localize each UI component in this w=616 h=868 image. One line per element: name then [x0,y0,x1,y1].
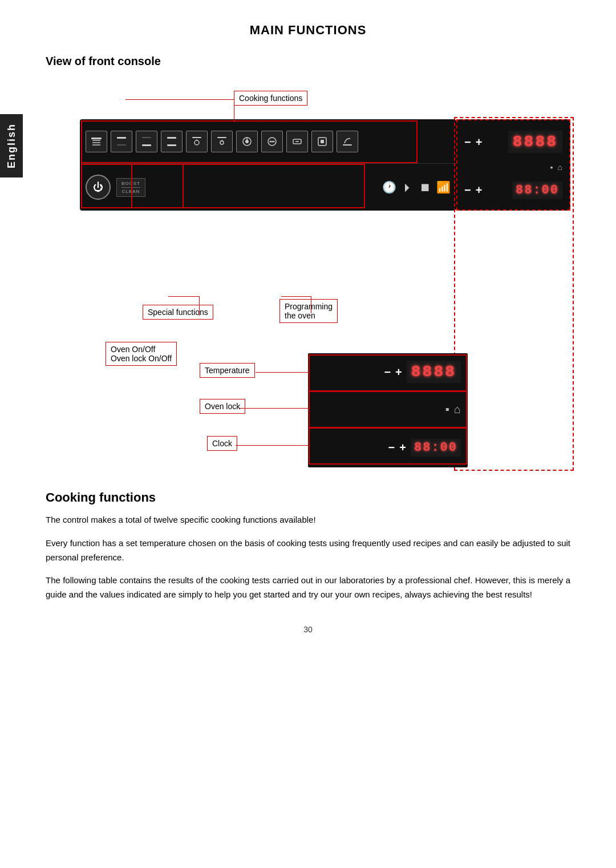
line-lock [240,408,309,409]
timer-icon[interactable]: 🕐 [382,180,396,194]
clock-icons-group: 🕐 ⏵ ⏹ 📶 [382,180,451,194]
line-special-h3 [168,296,200,297]
clock-label: Clock [207,436,237,451]
temp-minus-button[interactable]: − [464,136,471,148]
temp-annotation-box [309,354,467,391]
clock-minus-button[interactable]: − [464,184,471,196]
clock-display: 88:00 [512,181,562,199]
temp-plus-button[interactable]: + [476,136,483,148]
cooking-para1: The control makes a total of twelve spec… [46,513,570,527]
wifi-icon[interactable]: 📶 [436,180,451,194]
cooking-functions-section: Cooking functions The control makes a to… [46,490,570,602]
clock-plus-button[interactable]: + [476,184,483,196]
section-heading-console: View of front console [46,55,570,68]
play-icon[interactable]: ⏵ [402,181,414,194]
clock-annotation-box [309,427,467,465]
cooking-functions-box [81,120,418,163]
clock-display-row: − + 88:00 [464,181,562,199]
cooking-functions-heading: Cooking functions [46,490,570,505]
programming-label: Programming the oven [279,299,338,323]
house-icon: ⌂ [558,163,562,172]
onoff-box [81,164,184,208]
special-functions-label: Special functions [143,305,213,320]
line-prog-v2 [311,296,311,313]
line-cooking-v [234,99,234,122]
line-special-v2 [199,296,200,316]
line-prog-h2 [281,296,311,297]
cooking-para2: Every function has a set temperature cho… [46,536,570,565]
line-cooking-h [125,99,234,100]
temp-controls: − + [464,136,482,148]
right-display-panel: − + 8888 ▪ ⌂ − + 88:00 [456,119,570,211]
lock-annotation-box [309,391,467,428]
page-number: 30 [46,625,570,634]
stop-icon[interactable]: ⏹ [419,181,431,194]
temp-display: 8888 [508,131,562,153]
temperature-label: Temperature [200,363,255,378]
language-tab: English [0,114,23,177]
programming-text: Programming the oven [285,302,333,320]
clock-controls: − + [464,184,482,196]
line-temp [256,372,309,373]
lock-icons-row: ▪ ⌂ [464,163,562,172]
temp-display-row: − + 8888 [464,131,562,153]
main-title: MAIN FUNCTIONS [46,23,570,38]
cooking-para3: The following table contains the results… [46,574,570,602]
diagram-area: ⏻ BOOST CLEAN 🕐 ⏵ ⏹ 📶 [46,79,570,467]
lock-indicator: ▪ [550,163,553,172]
onoff-text: Oven On/Off Oven lock On/Off [111,345,172,363]
cooking-functions-label: Cooking functions [234,91,307,106]
oven-onoff-label: Oven On/Off Oven lock On/Off [106,342,177,366]
line-clock [236,445,309,446]
oven-lock-label: Oven lock [200,399,245,414]
